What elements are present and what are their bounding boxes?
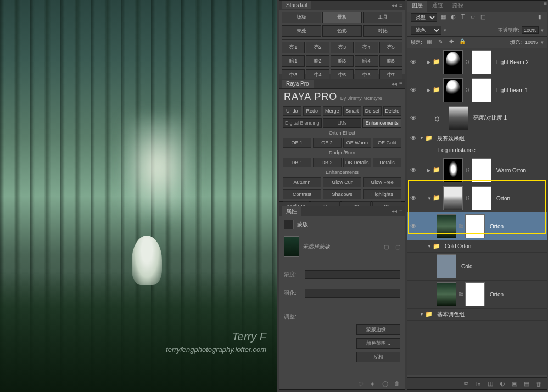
stars-btn[interactable]: 对比 (363, 25, 402, 37)
layer-name[interactable]: Cold (458, 264, 473, 270)
oecold-button[interactable]: OE Cold (373, 138, 401, 148)
tab-enhancements[interactable]: Enhancements (362, 118, 401, 128)
visibility-toggle[interactable]: 👁 (407, 86, 420, 94)
expand-toggle[interactable]: ▶ (427, 168, 433, 173)
oewarm-button[interactable]: OE Warm (343, 138, 372, 148)
link-icon[interactable]: ⛓ (465, 59, 470, 65)
layers-list[interactable]: 👁▶📁⛓Light Beam 2👁▶📁⛓Light beam 1👁☼亮度/对比度… (407, 48, 547, 375)
stars-btn[interactable]: 暗5 (379, 55, 402, 67)
menu-icon[interactable]: ≡ (399, 2, 402, 8)
mask-thumbnail[interactable] (284, 236, 299, 257)
link-icon[interactable]: ⛓ (458, 292, 463, 297)
layer-thumbnail[interactable] (443, 78, 463, 102)
layer-row[interactable]: ▼📁基本调色组 (407, 309, 547, 321)
autumn-button[interactable]: Autumn (283, 177, 321, 187)
layer-row[interactable]: Cold (407, 253, 547, 281)
desel-button[interactable]: De-sel (363, 106, 382, 116)
menu-icon[interactable]: ≡ (399, 81, 402, 87)
link-icon[interactable]: ⛓ (465, 87, 470, 93)
load-selection-icon[interactable]: ◌ (356, 380, 365, 388)
filter-pixel-icon[interactable]: ▦ (439, 14, 447, 21)
visibility-toggle[interactable]: 👁 (407, 114, 420, 122)
layer-name[interactable]: 亮度/对比度 1 (470, 114, 507, 122)
glowcur-button[interactable]: Glow Cur (323, 177, 361, 187)
layer-thumbnail[interactable] (443, 186, 463, 210)
stars-btn[interactable]: 色彩 (322, 25, 362, 37)
layer-thumbnail[interactable] (437, 282, 456, 306)
collapse-icon[interactable]: ◂◂ (392, 208, 397, 214)
stars-btn[interactable]: 亮2 (306, 42, 329, 53)
layer-mask-thumbnail[interactable] (472, 50, 491, 74)
link-icon[interactable]: ⛓ (458, 223, 463, 229)
tab-paths[interactable]: 路径 (448, 1, 468, 12)
lock-all-icon[interactable]: 🔒 (458, 38, 466, 46)
highlights-button[interactable]: Highlights (363, 189, 401, 199)
stars-btn[interactable]: 亮1 (282, 42, 305, 53)
stars-btn[interactable]: 暗1 (282, 55, 305, 67)
expand-toggle[interactable]: ▼ (427, 244, 433, 249)
add-mask-icon[interactable]: ◫ (487, 380, 494, 387)
tab-channels[interactable]: 通道 (428, 1, 448, 12)
tab-lms[interactable]: LMs (323, 118, 362, 128)
visibility-toggle[interactable]: 👁 (407, 194, 420, 202)
stars-btn[interactable]: 暗4 (355, 55, 378, 67)
layer-row[interactable]: 👁☼亮度/对比度 1 (407, 104, 547, 132)
tab-layers[interactable]: 图层 (407, 1, 427, 12)
fx-icon[interactable]: fx (474, 380, 482, 387)
stars-btn[interactable]: 暗2 (306, 55, 329, 67)
filter-shape-icon[interactable]: ▱ (469, 14, 477, 21)
layer-mask-thumbnail[interactable] (472, 78, 491, 102)
layer-row[interactable]: 👁▼📁晨雾效果组 (407, 132, 547, 144)
glowfree-button[interactable]: Glow Free (363, 177, 401, 187)
filter-kind-select[interactable]: 类型 (411, 13, 437, 22)
delete-layer-icon[interactable]: 🗑 (535, 380, 543, 387)
stars-btn[interactable]: 亮5 (379, 42, 402, 53)
collapse-icon[interactable]: ◂◂ (392, 2, 397, 8)
layer-name[interactable]: Orton (487, 223, 504, 229)
stars-btn[interactable]: 暗3 (331, 55, 354, 67)
tab-digital-blending[interactable]: Digital Blending (283, 118, 322, 128)
filter-type-icon[interactable]: T (459, 14, 467, 21)
blend-mode-select[interactable]: 滤色 (411, 26, 441, 35)
new-adjustment-icon[interactable]: ◐ (499, 380, 506, 387)
stars-btn[interactable]: 景板 (322, 12, 362, 23)
layer-thumbnail[interactable] (437, 214, 456, 238)
layer-name[interactable]: Orton (487, 292, 504, 298)
mask-edge-button[interactable]: 蒙版边缘... (356, 324, 400, 335)
stars-btn[interactable]: 亮4 (355, 42, 378, 53)
layer-name[interactable]: Light Beam 2 (493, 59, 529, 65)
vector-mask-icon[interactable]: ▢ (395, 244, 400, 250)
stars-btn[interactable]: 未处 (282, 25, 321, 37)
filter-smart-icon[interactable]: ◫ (479, 14, 487, 21)
link-icon[interactable]: ⛓ (465, 167, 470, 173)
visibility-toggle[interactable]: 👁 (407, 135, 420, 142)
stars-btn[interactable]: 工具 (363, 12, 402, 23)
layer-row[interactable]: 👁⛓Orton (407, 212, 547, 240)
apply-mask-icon[interactable]: ◈ (368, 380, 377, 388)
expand-toggle[interactable]: ▶ (427, 88, 433, 93)
layer-name[interactable]: Light beam 1 (493, 87, 528, 93)
layer-mask-thumbnail[interactable] (472, 186, 491, 210)
layer-mask-thumbnail[interactable] (472, 158, 491, 182)
link-icon[interactable]: ⛓ (465, 195, 470, 201)
mask-icon[interactable] (284, 220, 294, 229)
pixel-mask-icon[interactable]: ▢ (384, 244, 389, 250)
starstail-title[interactable]: StarsTail (282, 1, 311, 9)
layer-name[interactable]: 晨雾效果组 (434, 135, 465, 142)
layer-thumbnail[interactable] (443, 50, 463, 74)
layer-row[interactable]: ⛓Orton (407, 281, 547, 309)
expand-toggle[interactable]: ▼ (427, 196, 433, 201)
expand-toggle[interactable]: ▼ (420, 136, 425, 141)
shadows-button[interactable]: Shadows (323, 189, 361, 199)
lock-pixels-icon[interactable]: ✎ (437, 38, 444, 46)
db1-button[interactable]: DB 1 (283, 158, 311, 167)
lock-transparent-icon[interactable]: ▦ (426, 38, 433, 46)
undo-button[interactable]: Undo (283, 106, 301, 116)
link-layers-icon[interactable]: ⧉ (462, 380, 470, 387)
details-button[interactable]: Details (373, 158, 401, 167)
filter-adjust-icon[interactable]: ◐ (449, 14, 457, 21)
layer-thumbnail[interactable] (437, 254, 456, 278)
layer-row[interactable]: 👁▶📁⛓Warm Orton (407, 156, 547, 184)
layer-mask-thumbnail[interactable] (465, 282, 485, 306)
dbdetails-button[interactable]: DB Details (343, 158, 372, 167)
